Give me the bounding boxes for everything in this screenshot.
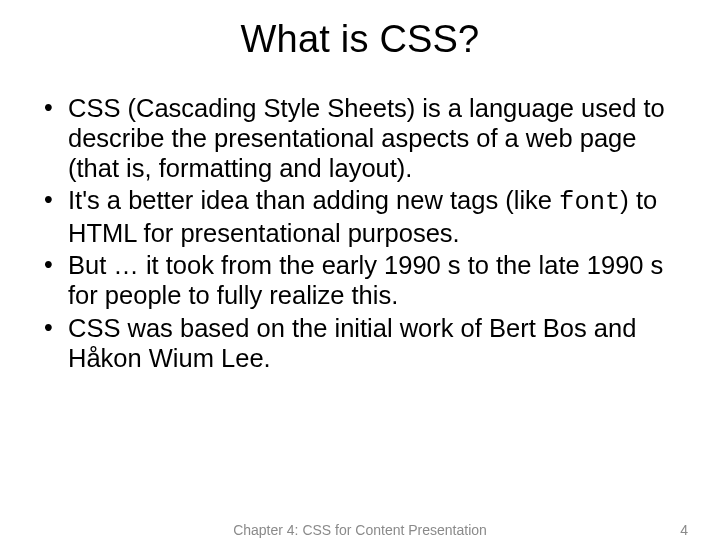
bullet-text: CSS (Cascading Style Sheets) is a langua…: [68, 94, 665, 182]
bullet-text: But … it took from the early 1990 s to t…: [68, 251, 663, 309]
list-item: CSS (Cascading Style Sheets) is a langua…: [40, 93, 680, 183]
bullet-code: font: [559, 188, 620, 217]
list-item: But … it took from the early 1990 s to t…: [40, 250, 680, 310]
list-item: It's a better idea than adding new tags …: [40, 185, 680, 248]
slide-title: What is CSS?: [0, 0, 720, 61]
bullet-text-pre: It's a better idea than adding new tags …: [68, 186, 559, 214]
list-item: CSS was based on the initial work of Ber…: [40, 313, 680, 373]
bullet-text: CSS was based on the initial work of Ber…: [68, 314, 636, 372]
footer-chapter-label: Chapter 4: CSS for Content Presentation: [0, 522, 720, 538]
page-number: 4: [680, 522, 688, 538]
slide-body: CSS (Cascading Style Sheets) is a langua…: [0, 61, 720, 373]
slide: What is CSS? CSS (Cascading Style Sheets…: [0, 0, 720, 540]
bullet-list: CSS (Cascading Style Sheets) is a langua…: [40, 93, 680, 373]
